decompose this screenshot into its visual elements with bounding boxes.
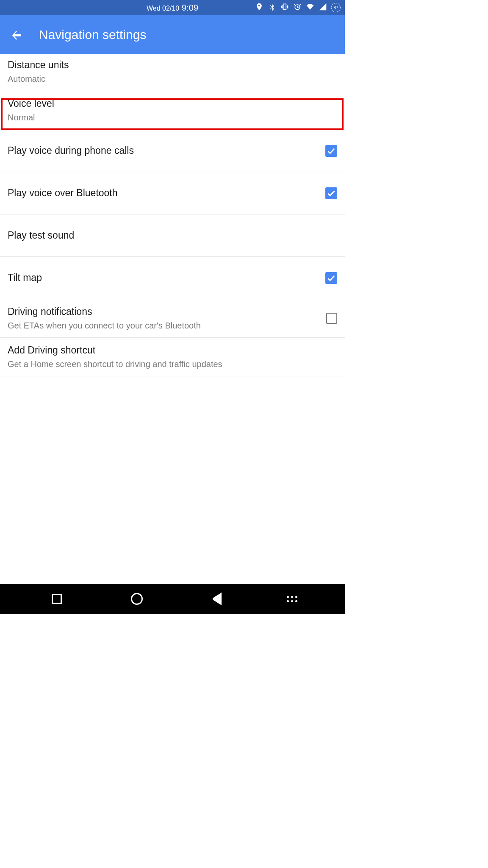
bluetooth-icon	[268, 3, 276, 13]
status-bar: Wed 02/10 9:09 87	[0, 0, 345, 15]
nav-back-button[interactable]	[204, 586, 229, 612]
nav-menu-button[interactable]	[284, 586, 301, 612]
setting-distance-units[interactable]: Distance units Automatic	[0, 54, 345, 91]
setting-subtitle: Get ETAs when you connect to your car's …	[8, 321, 201, 331]
checkbox-checked-icon[interactable]	[325, 187, 337, 199]
location-icon	[255, 3, 263, 13]
battery-label: 87	[333, 6, 338, 10]
setting-play-test-sound[interactable]: Play test sound	[0, 214, 345, 257]
setting-title: Play test sound	[8, 230, 74, 241]
setting-driving-notifications[interactable]: Driving notifications Get ETAs when you …	[0, 299, 345, 338]
setting-title: Voice level	[8, 98, 54, 109]
nav-home-button[interactable]	[124, 586, 150, 612]
setting-title: Driving notifications	[8, 306, 201, 317]
setting-value: Automatic	[8, 74, 69, 84]
checkbox-checked-icon[interactable]	[325, 145, 337, 157]
setting-add-driving-shortcut[interactable]: Add Driving shortcut Get a Home screen s…	[0, 338, 345, 376]
setting-subtitle: Get a Home screen shortcut to driving an…	[8, 359, 222, 369]
setting-title: Add Driving shortcut	[8, 345, 222, 356]
setting-value: Normal	[8, 113, 54, 122]
signal-icon	[319, 3, 327, 13]
setting-voice-level[interactable]: Voice level Normal	[0, 91, 345, 130]
status-date: Wed 02/10	[147, 5, 179, 12]
setting-title: Play voice during phone calls	[8, 145, 134, 156]
checkbox-checked-icon[interactable]	[325, 272, 337, 284]
setting-title: Play voice over Bluetooth	[8, 187, 118, 199]
setting-play-voice-bluetooth[interactable]: Play voice over Bluetooth	[0, 172, 345, 214]
nav-recent-button[interactable]	[44, 586, 69, 612]
settings-list: Distance units Automatic Voice level Nor…	[0, 54, 345, 584]
app-bar: Navigation settings	[0, 15, 345, 54]
battery-icon: 87	[331, 3, 341, 12]
back-button[interactable]	[8, 26, 25, 43]
setting-title: Distance units	[8, 59, 69, 71]
checkbox-unchecked-icon[interactable]	[326, 313, 337, 324]
wifi-icon	[306, 3, 314, 13]
page-title: Navigation settings	[39, 28, 146, 42]
alarm-icon	[293, 3, 302, 13]
setting-tilt-map[interactable]: Tilt map	[0, 257, 345, 299]
setting-title: Tilt map	[8, 272, 42, 284]
setting-play-voice-calls[interactable]: Play voice during phone calls	[0, 130, 345, 172]
navigation-bar	[0, 584, 345, 614]
status-time: 9:09	[182, 3, 198, 13]
vibrate-icon	[280, 3, 289, 13]
